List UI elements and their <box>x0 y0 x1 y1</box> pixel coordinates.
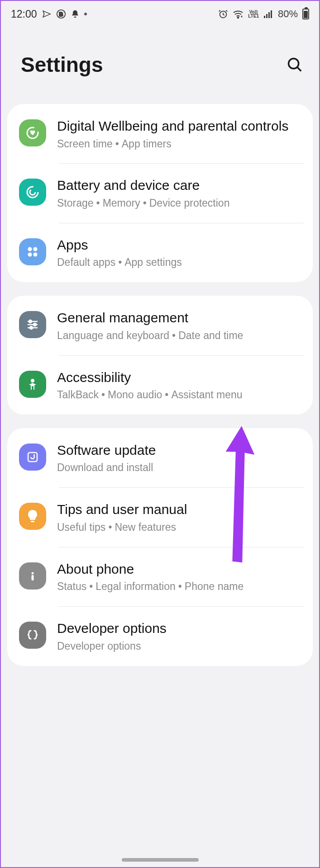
spiral-icon <box>19 179 46 206</box>
svg-point-11 <box>27 187 38 198</box>
svg-rect-27 <box>32 575 34 580</box>
item-subtitle: Default apps•App settings <box>57 256 303 269</box>
item-subtitle: Language and keyboard•Date and time <box>57 329 303 343</box>
svg-rect-4 <box>264 16 265 18</box>
clock: 12:00 <box>11 8 37 20</box>
status-bar: 12:00 B Vo))LTE1 80% <box>1 1 319 25</box>
item-subtitle: TalkBack•Mono audio•Assistant menu <box>57 388 303 402</box>
settings-item-about-phone[interactable]: About phoneStatus•Legal information•Phon… <box>7 547 313 606</box>
settings-item-general-management[interactable]: General managementLanguage and keyboard•… <box>7 296 313 355</box>
info-icon <box>19 562 46 590</box>
svg-point-16 <box>33 252 38 256</box>
b-circle-icon: B <box>56 9 66 19</box>
settings-item-accessibility[interactable]: AccessibilityTalkBack•Mono audio•Assista… <box>7 355 313 415</box>
battery-icon <box>302 9 309 19</box>
item-subtitle: Storage•Memory•Device protection <box>57 197 303 210</box>
svg-point-3 <box>238 17 239 19</box>
settings-group: Software updateDownload and installTips … <box>7 428 313 666</box>
item-title: Accessibility <box>57 369 303 386</box>
svg-text:B: B <box>59 11 63 18</box>
signal-icon <box>263 9 273 19</box>
item-subtitle: Download and install <box>57 461 303 475</box>
title-row: Settings <box>1 25 319 104</box>
settings-item-developer-options[interactable]: Developer optionsDeveloper options <box>7 606 313 665</box>
svg-rect-7 <box>271 10 272 18</box>
item-title: General management <box>57 309 303 326</box>
item-title: Battery and device care <box>57 177 303 194</box>
page-title: Settings <box>21 52 103 77</box>
refresh-box-icon <box>19 443 46 471</box>
settings-group: General managementLanguage and keyboard•… <box>7 296 313 415</box>
svg-rect-24 <box>28 453 37 462</box>
svg-point-26 <box>32 572 34 574</box>
item-title: Tips and user manual <box>57 501 303 518</box>
svg-line-9 <box>297 67 301 71</box>
settings-item-software-update[interactable]: Software updateDownload and install <box>7 428 313 487</box>
svg-rect-25 <box>31 521 34 522</box>
item-title: Software update <box>57 442 303 459</box>
person-icon <box>19 371 46 398</box>
svg-point-15 <box>28 252 32 256</box>
svg-point-8 <box>289 59 299 69</box>
settings-item-digital-wellbeing[interactable]: Digital Wellbeing and parental controlsS… <box>7 104 313 163</box>
svg-rect-6 <box>268 12 270 18</box>
bulb-icon <box>19 503 46 530</box>
item-title: About phone <box>57 561 303 578</box>
svg-point-18 <box>29 320 32 323</box>
battery-percent: 80% <box>278 8 298 20</box>
settings-item-apps[interactable]: AppsDefault apps•App settings <box>7 223 313 282</box>
volte-label: Vo))LTE1 <box>248 10 259 18</box>
svg-point-22 <box>30 326 33 329</box>
heart-ring-icon <box>19 119 46 146</box>
wifi-icon <box>233 9 244 19</box>
home-indicator[interactable] <box>122 858 199 862</box>
svg-point-23 <box>31 379 34 382</box>
more-notifications-dot <box>84 13 87 15</box>
grid4-icon <box>19 238 46 265</box>
send-icon <box>42 9 52 19</box>
sliders-icon <box>19 311 46 338</box>
item-title: Digital Wellbeing and parental controls <box>57 118 303 135</box>
settings-item-battery-care[interactable]: Battery and device careStorage•Memory•De… <box>7 163 313 222</box>
alarm-icon <box>218 9 228 19</box>
item-subtitle: Useful tips•New features <box>57 521 303 534</box>
svg-point-12 <box>30 189 35 195</box>
settings-group: Digital Wellbeing and parental controlsS… <box>7 104 313 282</box>
svg-point-14 <box>33 247 38 251</box>
search-icon <box>286 56 303 73</box>
item-title: Developer options <box>57 620 303 637</box>
braces-icon <box>19 622 46 649</box>
svg-point-13 <box>28 247 32 251</box>
item-title: Apps <box>57 236 303 254</box>
settings-item-tips[interactable]: Tips and user manualUseful tips•New feat… <box>7 487 313 547</box>
item-subtitle: Screen time•App timers <box>57 137 303 151</box>
bell-icon <box>71 9 80 19</box>
svg-point-20 <box>33 323 36 326</box>
svg-rect-5 <box>266 14 267 18</box>
search-button[interactable] <box>284 54 306 75</box>
item-subtitle: Developer options <box>57 640 303 653</box>
item-subtitle: Status•Legal information•Phone name <box>57 580 303 594</box>
